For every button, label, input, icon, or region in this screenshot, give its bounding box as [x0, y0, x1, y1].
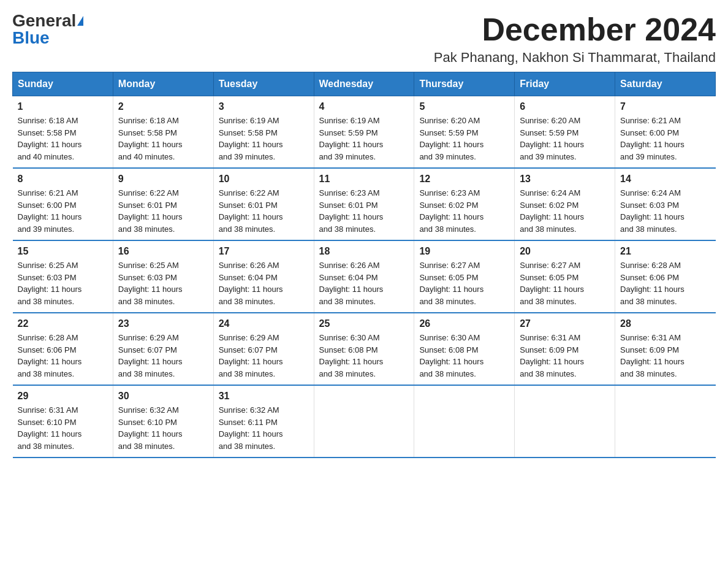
- calendar-day-cell: 12Sunrise: 6:23 AMSunset: 6:02 PMDayligh…: [414, 168, 515, 240]
- calendar-day-cell: 4Sunrise: 6:19 AMSunset: 5:59 PMDaylight…: [314, 96, 414, 169]
- day-number: 25: [319, 318, 409, 329]
- day-info: Sunrise: 6:28 AMSunset: 6:06 PMDaylight:…: [620, 259, 710, 307]
- calendar-week-row: 22Sunrise: 6:28 AMSunset: 6:06 PMDayligh…: [13, 313, 716, 385]
- weekday-header-row: SundayMondayTuesdayWednesdayThursdayFrid…: [13, 72, 716, 96]
- day-info: Sunrise: 6:32 AMSunset: 6:11 PMDaylight:…: [219, 404, 309, 452]
- day-info: Sunrise: 6:23 AMSunset: 6:02 PMDaylight:…: [419, 187, 509, 235]
- calendar-day-cell: 24Sunrise: 6:29 AMSunset: 6:07 PMDayligh…: [213, 313, 314, 385]
- calendar-day-cell: 20Sunrise: 6:27 AMSunset: 6:05 PMDayligh…: [515, 240, 615, 313]
- page-header: General Blue December 2024 Pak Phanang, …: [12, 12, 716, 66]
- calendar-day-cell: 27Sunrise: 6:31 AMSunset: 6:09 PMDayligh…: [515, 313, 615, 385]
- day-info: Sunrise: 6:18 AMSunset: 5:58 PMDaylight:…: [18, 115, 108, 163]
- weekday-header-friday: Friday: [515, 72, 615, 96]
- day-info: Sunrise: 6:31 AMSunset: 6:10 PMDaylight:…: [18, 404, 108, 452]
- day-number: 8: [18, 174, 108, 185]
- calendar-day-cell: [615, 385, 716, 458]
- calendar-day-cell: 15Sunrise: 6:25 AMSunset: 6:03 PMDayligh…: [13, 240, 113, 313]
- calendar-day-cell: 17Sunrise: 6:26 AMSunset: 6:04 PMDayligh…: [213, 240, 314, 313]
- calendar-day-cell: 25Sunrise: 6:30 AMSunset: 6:08 PMDayligh…: [314, 313, 414, 385]
- calendar-week-row: 8Sunrise: 6:21 AMSunset: 6:00 PMDaylight…: [13, 168, 716, 240]
- calendar-day-cell: 6Sunrise: 6:20 AMSunset: 5:59 PMDaylight…: [515, 96, 615, 169]
- day-number: 10: [219, 174, 309, 185]
- day-number: 17: [219, 246, 309, 257]
- calendar-day-cell: 31Sunrise: 6:32 AMSunset: 6:11 PMDayligh…: [213, 385, 314, 458]
- day-info: Sunrise: 6:26 AMSunset: 6:04 PMDaylight:…: [319, 259, 409, 307]
- day-number: 16: [118, 246, 208, 257]
- calendar-day-cell: 23Sunrise: 6:29 AMSunset: 6:07 PMDayligh…: [113, 313, 213, 385]
- day-number: 22: [18, 318, 108, 329]
- day-number: 4: [319, 101, 409, 112]
- day-number: 26: [419, 318, 509, 329]
- day-number: 7: [620, 101, 710, 112]
- calendar-day-cell: 10Sunrise: 6:22 AMSunset: 6:01 PMDayligh…: [213, 168, 314, 240]
- day-info: Sunrise: 6:29 AMSunset: 6:07 PMDaylight:…: [118, 332, 208, 380]
- calendar-day-cell: 22Sunrise: 6:28 AMSunset: 6:06 PMDayligh…: [13, 313, 113, 385]
- day-number: 9: [118, 174, 208, 185]
- day-info: Sunrise: 6:22 AMSunset: 6:01 PMDaylight:…: [219, 187, 309, 235]
- day-info: Sunrise: 6:32 AMSunset: 6:10 PMDaylight:…: [118, 404, 208, 452]
- weekday-header-saturday: Saturday: [615, 72, 716, 96]
- day-number: 18: [319, 246, 409, 257]
- day-info: Sunrise: 6:23 AMSunset: 6:01 PMDaylight:…: [319, 187, 409, 235]
- calendar-day-cell: 3Sunrise: 6:19 AMSunset: 5:58 PMDaylight…: [213, 96, 314, 169]
- weekday-header-thursday: Thursday: [414, 72, 515, 96]
- day-number: 31: [219, 391, 309, 402]
- month-title: December 2024: [434, 12, 716, 47]
- day-info: Sunrise: 6:25 AMSunset: 6:03 PMDaylight:…: [18, 259, 108, 307]
- calendar-day-cell: 8Sunrise: 6:21 AMSunset: 6:00 PMDaylight…: [13, 168, 113, 240]
- weekday-header-monday: Monday: [113, 72, 213, 96]
- calendar-day-cell: 21Sunrise: 6:28 AMSunset: 6:06 PMDayligh…: [615, 240, 716, 313]
- day-info: Sunrise: 6:31 AMSunset: 6:09 PMDaylight:…: [520, 332, 610, 380]
- day-number: 28: [620, 318, 710, 329]
- day-number: 21: [620, 246, 710, 257]
- calendar-week-row: 29Sunrise: 6:31 AMSunset: 6:10 PMDayligh…: [13, 385, 716, 458]
- weekday-header-tuesday: Tuesday: [213, 72, 314, 96]
- day-info: Sunrise: 6:27 AMSunset: 6:05 PMDaylight:…: [520, 259, 610, 307]
- weekday-header-sunday: Sunday: [13, 72, 113, 96]
- calendar-day-cell: 1Sunrise: 6:18 AMSunset: 5:58 PMDaylight…: [13, 96, 113, 169]
- day-number: 13: [520, 174, 610, 185]
- logo: General Blue: [12, 12, 83, 47]
- day-number: 12: [419, 174, 509, 185]
- day-number: 6: [520, 101, 610, 112]
- calendar-week-row: 15Sunrise: 6:25 AMSunset: 6:03 PMDayligh…: [13, 240, 716, 313]
- day-info: Sunrise: 6:27 AMSunset: 6:05 PMDaylight:…: [419, 259, 509, 307]
- calendar-day-cell: 13Sunrise: 6:24 AMSunset: 6:02 PMDayligh…: [515, 168, 615, 240]
- calendar-day-cell: 29Sunrise: 6:31 AMSunset: 6:10 PMDayligh…: [13, 385, 113, 458]
- day-info: Sunrise: 6:26 AMSunset: 6:04 PMDaylight:…: [219, 259, 309, 307]
- weekday-header-wednesday: Wednesday: [314, 72, 414, 96]
- calendar-day-cell: 26Sunrise: 6:30 AMSunset: 6:08 PMDayligh…: [414, 313, 515, 385]
- day-info: Sunrise: 6:18 AMSunset: 5:58 PMDaylight:…: [118, 115, 208, 163]
- day-info: Sunrise: 6:28 AMSunset: 6:06 PMDaylight:…: [18, 332, 108, 380]
- calendar-day-cell: 18Sunrise: 6:26 AMSunset: 6:04 PMDayligh…: [314, 240, 414, 313]
- calendar-day-cell: 28Sunrise: 6:31 AMSunset: 6:09 PMDayligh…: [615, 313, 716, 385]
- day-info: Sunrise: 6:29 AMSunset: 6:07 PMDaylight:…: [219, 332, 309, 380]
- calendar-day-cell: 2Sunrise: 6:18 AMSunset: 5:58 PMDaylight…: [113, 96, 213, 169]
- day-info: Sunrise: 6:30 AMSunset: 6:08 PMDaylight:…: [319, 332, 409, 380]
- day-number: 20: [520, 246, 610, 257]
- day-info: Sunrise: 6:21 AMSunset: 6:00 PMDaylight:…: [18, 187, 108, 235]
- day-number: 19: [419, 246, 509, 257]
- day-info: Sunrise: 6:30 AMSunset: 6:08 PMDaylight:…: [419, 332, 509, 380]
- calendar-day-cell: [414, 385, 515, 458]
- calendar-day-cell: 9Sunrise: 6:22 AMSunset: 6:01 PMDaylight…: [113, 168, 213, 240]
- day-info: Sunrise: 6:20 AMSunset: 5:59 PMDaylight:…: [419, 115, 509, 163]
- day-number: 14: [620, 174, 710, 185]
- calendar-day-cell: 11Sunrise: 6:23 AMSunset: 6:01 PMDayligh…: [314, 168, 414, 240]
- logo-general-text: General: [12, 12, 76, 29]
- day-info: Sunrise: 6:24 AMSunset: 6:02 PMDaylight:…: [520, 187, 610, 235]
- calendar-day-cell: [314, 385, 414, 458]
- logo-blue-text: Blue: [12, 29, 50, 47]
- day-number: 3: [219, 101, 309, 112]
- day-info: Sunrise: 6:24 AMSunset: 6:03 PMDaylight:…: [620, 187, 710, 235]
- day-info: Sunrise: 6:20 AMSunset: 5:59 PMDaylight:…: [520, 115, 610, 163]
- day-info: Sunrise: 6:25 AMSunset: 6:03 PMDaylight:…: [118, 259, 208, 307]
- day-info: Sunrise: 6:21 AMSunset: 6:00 PMDaylight:…: [620, 115, 710, 163]
- day-number: 29: [18, 391, 108, 402]
- calendar-day-cell: 7Sunrise: 6:21 AMSunset: 6:00 PMDaylight…: [615, 96, 716, 169]
- day-info: Sunrise: 6:31 AMSunset: 6:09 PMDaylight:…: [620, 332, 710, 380]
- calendar-day-cell: 16Sunrise: 6:25 AMSunset: 6:03 PMDayligh…: [113, 240, 213, 313]
- day-number: 15: [18, 246, 108, 257]
- day-number: 5: [419, 101, 509, 112]
- logo-triangle-icon: [77, 16, 83, 26]
